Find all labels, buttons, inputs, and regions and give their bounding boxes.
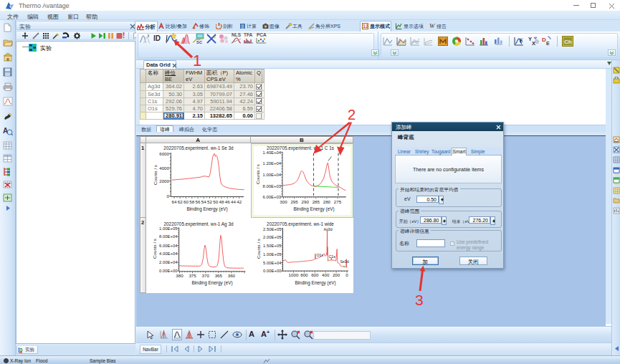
- svg-text:44: 44: [231, 199, 236, 204]
- svg-text:E: E: [546, 41, 550, 46]
- svg-text:365: 365: [215, 273, 223, 278]
- svg-text:50: 50: [213, 199, 218, 204]
- svg-text:20220705.experiment. wx-1 Se 3: 20220705.experiment. wx-1 Se 3d: [163, 145, 234, 151]
- svg-text:42: 42: [237, 199, 242, 204]
- svg-text:5.00E+04: 5.00E+04: [263, 260, 282, 264]
- svg-text:58: 58: [189, 199, 194, 204]
- svg-text:Se3d: Se3d: [340, 259, 349, 264]
- svg-text:C1s: C1s: [329, 254, 336, 258]
- svg-text:Counts / s: Counts / s: [152, 239, 157, 259]
- svg-text:62: 62: [178, 199, 183, 204]
- svg-text:370: 370: [202, 273, 210, 278]
- svg-text:Counts / s: Counts / s: [153, 165, 158, 185]
- svg-text:46: 46: [225, 199, 230, 204]
- svg-text:8.00E+04: 8.00E+04: [159, 234, 178, 239]
- svg-text:0.00E+00: 0.00E+00: [263, 269, 282, 273]
- svg-text:Binding Energy (eV): Binding Energy (eV): [191, 280, 232, 286]
- svg-text:64: 64: [172, 199, 177, 204]
- svg-text:48: 48: [219, 199, 224, 204]
- svg-text:Binding Energy (eV): Binding Energy (eV): [295, 279, 335, 285]
- svg-text:E: E: [520, 38, 523, 43]
- svg-text:275: 275: [334, 198, 342, 203]
- svg-text:375: 375: [189, 273, 196, 278]
- svg-text:1000: 1000: [289, 272, 299, 277]
- svg-text:2000: 2000: [159, 178, 169, 183]
- svg-text:X: X: [532, 40, 535, 47]
- svg-text:1.40E+04: 1.40E+04: [263, 150, 282, 154]
- svg-text:12: 12: [363, 24, 368, 29]
- svg-text:0: 0: [167, 193, 170, 198]
- svg-text:Binding Energy (eV): Binding Energy (eV): [186, 206, 227, 212]
- svg-text:200: 200: [333, 272, 340, 277]
- svg-text:4.00E+04: 4.00E+04: [159, 252, 178, 256]
- svg-text:295: 295: [290, 198, 298, 203]
- svg-text:0: 0: [345, 272, 348, 277]
- svg-text:Binding Energy (eV): Binding Energy (eV): [293, 206, 334, 212]
- svg-text:SC: SC: [196, 40, 203, 44]
- svg-text:56: 56: [196, 199, 201, 204]
- svg-text:290: 290: [302, 198, 310, 203]
- svg-text:6.00E+03: 6.00E+03: [263, 195, 282, 199]
- svg-text:1.20E+04: 1.20E+04: [263, 161, 282, 165]
- svg-text:280: 280: [323, 198, 331, 203]
- svg-text:1.50E+05: 1.50E+05: [263, 243, 282, 247]
- svg-text:300: 300: [280, 198, 287, 203]
- svg-text:54: 54: [201, 199, 206, 204]
- svg-text:1.00E+05: 1.00E+05: [159, 226, 178, 230]
- svg-text:2.50E+05: 2.50E+05: [263, 226, 282, 231]
- svg-text:1.00E+04: 1.00E+04: [263, 172, 282, 176]
- svg-text:800: 800: [300, 272, 308, 277]
- svg-text:1.00E+05: 1.00E+05: [263, 252, 282, 256]
- svg-text:285: 285: [313, 198, 320, 203]
- svg-text:O1s: O1s: [317, 253, 324, 257]
- svg-text:6000: 6000: [159, 151, 169, 156]
- svg-text:Ag3d: Ag3d: [324, 226, 333, 231]
- svg-text:Counts / s: Counts / s: [255, 164, 260, 184]
- svg-text:360: 360: [228, 273, 236, 278]
- svg-text:380: 380: [176, 273, 183, 278]
- svg-text:6.00E+04: 6.00E+04: [159, 243, 178, 247]
- svg-text:0.00E+00: 0.00E+00: [159, 269, 178, 273]
- svg-text:2.00E+04: 2.00E+04: [159, 260, 178, 264]
- svg-text:52: 52: [207, 199, 212, 204]
- svg-text:4000: 4000: [159, 166, 169, 171]
- svg-text:2.00E+05: 2.00E+05: [263, 235, 282, 239]
- svg-text:600: 600: [311, 272, 319, 277]
- svg-text:Counts / s: Counts / s: [256, 239, 261, 259]
- svg-text:400: 400: [322, 272, 330, 277]
- svg-text:60: 60: [183, 199, 189, 204]
- svg-text:8.00E+03: 8.00E+03: [263, 183, 282, 188]
- svg-text:Ch: Ch: [564, 39, 572, 45]
